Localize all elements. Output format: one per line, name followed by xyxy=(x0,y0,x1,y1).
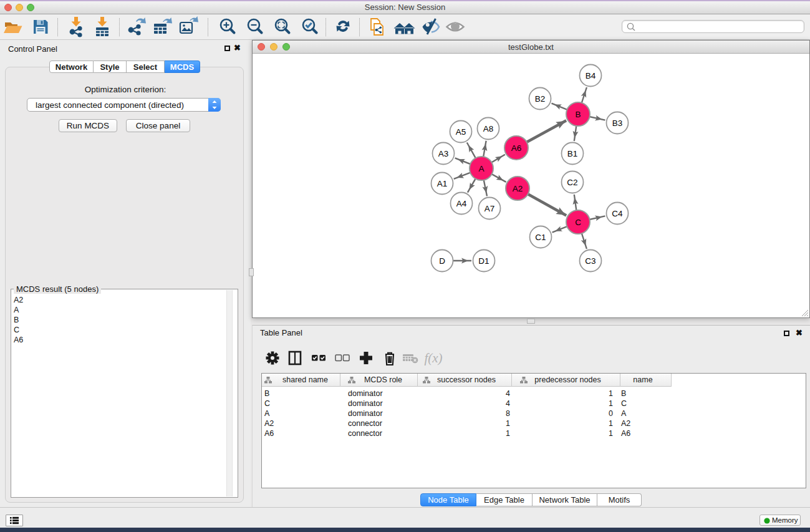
svg-text:A2: A2 xyxy=(513,184,523,193)
svg-text:A5: A5 xyxy=(456,127,466,137)
svg-text:A: A xyxy=(478,164,484,173)
svg-text:C: C xyxy=(575,218,581,227)
svg-text:D: D xyxy=(439,256,445,266)
svg-text:B3: B3 xyxy=(612,118,623,128)
svg-text:D1: D1 xyxy=(478,256,489,266)
svg-text:A3: A3 xyxy=(438,149,449,158)
svg-text:A4: A4 xyxy=(456,199,467,208)
svg-text:B1: B1 xyxy=(567,149,578,158)
svg-text:B2: B2 xyxy=(535,94,546,104)
svg-text:C2: C2 xyxy=(567,178,577,187)
svg-text:A8: A8 xyxy=(483,124,494,133)
svg-text:C4: C4 xyxy=(612,209,623,218)
svg-text:A6: A6 xyxy=(511,143,522,153)
svg-text:B4: B4 xyxy=(586,71,596,80)
svg-text:A1: A1 xyxy=(437,179,448,188)
svg-text:C1: C1 xyxy=(535,233,546,242)
svg-text:f(x): f(x) xyxy=(424,351,442,365)
svg-text:B: B xyxy=(575,110,581,119)
svg-text:A7: A7 xyxy=(485,204,495,213)
svg-text:C3: C3 xyxy=(585,256,595,266)
